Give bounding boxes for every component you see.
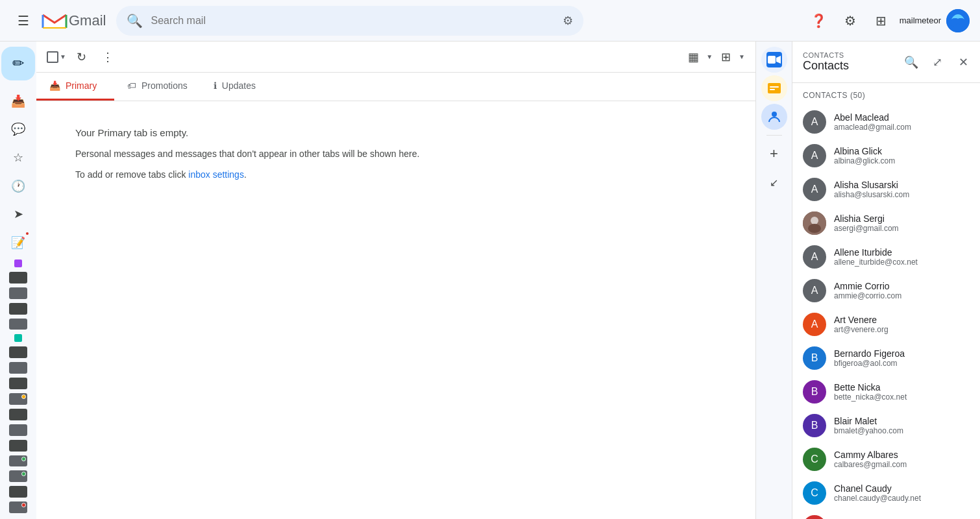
- tab-promotions[interactable]: 🏷 Promotions: [114, 73, 201, 101]
- apps-button[interactable]: ⊞: [868, 8, 894, 34]
- grid-view-button[interactable]: ⊞: [715, 47, 736, 67]
- tag-red-dot[interactable]: [9, 501, 27, 513]
- split-view-button[interactable]: ▦: [683, 47, 704, 67]
- contacts-search-button[interactable]: 🔍: [900, 51, 923, 74]
- select-all-checkbox[interactable]: ▼: [47, 51, 66, 63]
- contact-item[interactable]: D Donette Foller: [792, 510, 980, 519]
- avatar[interactable]: [946, 9, 970, 32]
- contact-avatar: B: [803, 380, 826, 404]
- svg-rect-3: [768, 83, 781, 93]
- select-dropdown[interactable]: ▼: [60, 53, 66, 60]
- add-icon[interactable]: +: [761, 141, 787, 167]
- contact-item[interactable]: B Bette Nicka bette_nicka@cox.net: [792, 375, 980, 409]
- contact-item[interactable]: B Blair Malet bmalet@yahoo.com: [792, 409, 980, 442]
- tag-dark6[interactable]: [9, 362, 27, 374]
- svg-point-8: [811, 217, 818, 224]
- grid-view-dropdown[interactable]: ▼: [739, 53, 745, 60]
- tag-dark4[interactable]: [9, 319, 27, 330]
- tag-purple[interactable]: [14, 260, 22, 267]
- tag-dark12[interactable]: [9, 486, 27, 498]
- contact-info: Blair Malet bmalet@yahoo.com: [834, 416, 970, 435]
- contact-info: Bette Nicka bette_nicka@cox.net: [834, 382, 970, 402]
- contact-email: albina@glick.com: [834, 156, 970, 165]
- split-view-dropdown[interactable]: ▼: [706, 53, 713, 60]
- contact-info: Art Venere art@venere.org: [834, 315, 970, 334]
- search-input[interactable]: [151, 15, 555, 27]
- nav-snoozed[interactable]: 🕐: [5, 173, 31, 199]
- nav-starred[interactable]: ☆: [5, 145, 31, 171]
- tag-dark3[interactable]: [9, 303, 27, 315]
- contact-item[interactable]: A Abel Maclead amaclead@gmail.com: [792, 105, 980, 139]
- primary-tab-label: Primary: [66, 80, 97, 91]
- link-suffix: .: [244, 169, 247, 180]
- tag-dark1[interactable]: [9, 272, 27, 284]
- filter-icon[interactable]: ⚙: [563, 14, 573, 28]
- chat-icon[interactable]: [761, 75, 787, 101]
- contacts-icon[interactable]: [761, 104, 787, 130]
- contact-item[interactable]: Alishia Sergi asergi@gmail.com: [792, 206, 980, 240]
- contact-name: Chanel Caudy: [834, 483, 970, 494]
- tab-updates[interactable]: ℹ Updates: [201, 73, 278, 101]
- nav-sent[interactable]: ➤: [5, 202, 31, 228]
- more-options-button[interactable]: ⋮: [97, 47, 118, 67]
- contact-info: Allene Iturbide allene_iturbide@cox.net: [834, 247, 970, 267]
- tag-dark10[interactable]: [9, 440, 27, 452]
- right-icon-bar: + ↙: [755, 42, 792, 519]
- contact-avatar: B: [803, 414, 826, 437]
- contact-avatar: B: [803, 346, 826, 370]
- contact-item[interactable]: A Alisha Slusarski alisha@slusarski.com: [792, 173, 980, 206]
- compose-button[interactable]: ✏: [1, 47, 35, 80]
- meet-icon[interactable]: [761, 47, 787, 73]
- updates-tab-label: Updates: [222, 80, 256, 91]
- contact-item[interactable]: C Cammy Albares calbares@gmail.com: [792, 442, 980, 476]
- contact-email: allene_iturbide@cox.net: [834, 258, 970, 267]
- contacts-close-button[interactable]: ✕: [951, 51, 975, 74]
- contact-avatar: C: [803, 481, 826, 505]
- tag-dark7[interactable]: [9, 378, 27, 389]
- contact-item[interactable]: A Allene Iturbide allene_iturbide@cox.ne…: [792, 240, 980, 274]
- contact-item[interactable]: A Ammie Corrio ammie@corrio.com: [792, 274, 980, 308]
- arrow-icon[interactable]: ↙: [761, 169, 787, 195]
- tag-teal[interactable]: [14, 334, 22, 342]
- divider: [766, 135, 782, 136]
- inbox-settings-link[interactable]: inbox settings: [188, 169, 244, 180]
- contact-name: Art Venere: [834, 315, 970, 325]
- contacts-header-icons: 🔍 ⤢ ✕: [900, 51, 975, 74]
- search-bar[interactable]: 🔍 ⚙: [116, 6, 583, 36]
- tag-dark5[interactable]: [9, 346, 27, 358]
- contact-avatar: A: [803, 313, 826, 336]
- tag-dark9[interactable]: [9, 424, 27, 436]
- contacts-open-button[interactable]: ⤢: [925, 51, 949, 74]
- menu-button[interactable]: ☰: [10, 8, 36, 34]
- logo-text: Gmail: [69, 12, 106, 29]
- tab-primary[interactable]: 📥 Primary: [36, 73, 114, 101]
- contact-item[interactable]: A Albina Glick albina@glick.com: [792, 139, 980, 173]
- nav-inbox[interactable]: 📥: [5, 88, 31, 114]
- contact-item[interactable]: B Bernardo Figeroa bfigeroa@aol.com: [792, 341, 980, 375]
- contact-item[interactable]: C Chanel Caudy chanel.caudy@caudy.net: [792, 476, 980, 510]
- contact-name: Alisha Slusarski: [834, 180, 970, 190]
- contact-email: bette_nicka@cox.net: [834, 392, 970, 402]
- contact-email: amaclead@gmail.com: [834, 123, 970, 132]
- tag-dark2[interactable]: [9, 287, 27, 299]
- refresh-button[interactable]: ↻: [71, 47, 92, 67]
- contacts-title: Contacts: [803, 59, 900, 73]
- contacts-list: A Abel Maclead amaclead@gmail.com A Albi…: [792, 105, 980, 519]
- tag-dark11[interactable]: [9, 470, 27, 482]
- settings-button[interactable]: ⚙: [837, 8, 863, 34]
- contact-avatar: A: [803, 110, 826, 134]
- nav-drafts[interactable]: 📝: [5, 230, 31, 256]
- contact-name: Blair Malet: [834, 416, 970, 426]
- contact-avatar: C: [803, 448, 826, 471]
- svg-rect-2: [768, 56, 776, 64]
- help-button[interactable]: ❓: [806, 8, 832, 34]
- contact-item[interactable]: A Art Venere art@venere.org: [792, 308, 980, 341]
- tag-dark8[interactable]: [9, 409, 27, 420]
- nav-chat[interactable]: 💬: [5, 116, 31, 142]
- contact-email: art@venere.org: [834, 325, 970, 334]
- tag-green-dot[interactable]: [9, 455, 27, 467]
- contact-info: Cammy Albares calbares@gmail.com: [834, 450, 970, 469]
- tag-yellow-dot[interactable]: [9, 393, 27, 405]
- empty-heading: Your Primary tab is empty.: [75, 127, 188, 138]
- contact-info: Alishia Sergi asergi@gmail.com: [834, 213, 970, 233]
